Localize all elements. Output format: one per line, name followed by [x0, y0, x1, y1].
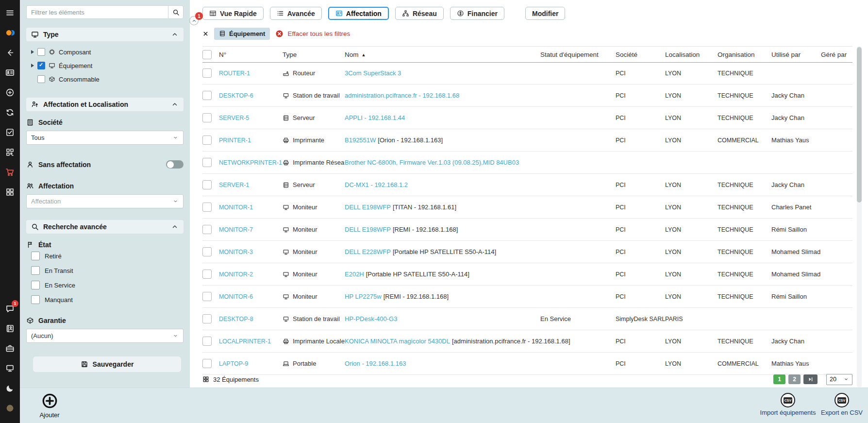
filter-chip-equipement[interactable]: Équipement [214, 28, 270, 40]
toolbox-icon[interactable] [0, 338, 20, 358]
equipment-id-link[interactable]: SERVER-1 [219, 182, 249, 188]
filter-search-button[interactable] [168, 5, 184, 19]
table-row[interactable]: PRINTER-1ImprimanteB192551W[Orion - 192.… [202, 129, 852, 152]
equipment-name-link[interactable]: administration.pcifrance.fr - 192.168.1.… [345, 92, 459, 99]
col-societe[interactable]: Société [616, 51, 665, 58]
equipment-name-link[interactable]: DELL E198WFP [345, 203, 391, 211]
section-type[interactable]: Type [26, 28, 184, 41]
equipment-name-link[interactable]: DELL E228WFP [345, 248, 391, 255]
sans-affectation-toggle[interactable] [166, 160, 184, 169]
col-gere-par[interactable]: Géré par [821, 51, 852, 58]
col-statut[interactable]: Statut d'équipement [540, 51, 616, 58]
section-affectation-localisation[interactable]: Affectation et Localisation [26, 98, 184, 111]
societe-select[interactable]: Tous [26, 131, 184, 145]
menu-icon[interactable] [0, 3, 20, 23]
tree-item-composant[interactable]: Composant [31, 45, 184, 59]
row-checkbox[interactable] [202, 113, 212, 122]
badge-icon[interactable] [0, 63, 20, 83]
checkbox-en-transit[interactable] [31, 266, 40, 275]
import-equipment-button[interactable]: CSV Import équipements [754, 393, 822, 416]
checkbox-composant[interactable] [37, 48, 45, 56]
tab-reseau[interactable]: Réseau [395, 7, 444, 20]
equipment-id-link[interactable]: MONITOR-1 [219, 204, 253, 211]
select-all-checkbox[interactable] [202, 50, 212, 59]
equipment-name-link[interactable]: HP-PDesk-400-G3 [345, 315, 397, 322]
col-no[interactable]: N° [219, 51, 283, 58]
equipment-id-link[interactable]: LAPTOP-9 [219, 360, 248, 367]
table-row[interactable]: MONITOR-7MoniteurDELL E198WFP[REMI - 192… [202, 219, 852, 241]
qrcode-icon[interactable] [0, 142, 20, 162]
equipment-id-link[interactable]: LOCALPRINTER-1 [219, 338, 271, 345]
tasks-icon[interactable] [0, 122, 20, 142]
vertical-scrollbar[interactable] [857, 46, 862, 388]
tab-financier[interactable]: Financier [450, 7, 504, 20]
profile-icon[interactable] [0, 398, 20, 418]
contacts-icon[interactable] [0, 319, 20, 338]
section-recherche-avancee[interactable]: Recherche avancée [26, 220, 184, 234]
table-row[interactable]: DESKTOP-8Station de travailHP-PDesk-400-… [202, 308, 852, 330]
tab-avancee[interactable]: Avancée [270, 7, 322, 20]
equipment-id-link[interactable]: PRINTER-1 [219, 137, 251, 144]
affectation-select[interactable]: Affectation [26, 194, 184, 208]
devices-icon[interactable] [0, 358, 20, 378]
table-row[interactable]: SERVER-1ServeurDC-MX1 - 192.168.1.2PCILY… [202, 174, 852, 196]
checkbox-consommable[interactable] [37, 75, 45, 83]
clear-all-filters[interactable]: Effacer tous les filtres [275, 30, 350, 38]
equipment-name-link[interactable]: APPLI - 192.168.1.44 [345, 114, 405, 121]
etat-option-en-transit[interactable]: En Transit [31, 263, 184, 278]
equipment-name-link[interactable]: Brother NC-6800h, Firmware Ver.1.03 (09.… [345, 159, 519, 166]
tab-vue-rapide[interactable]: Vue Rapide [202, 7, 264, 20]
page-1-button[interactable]: 1 [773, 374, 785, 384]
row-checkbox[interactable] [202, 91, 212, 100]
equipment-id-link[interactable]: DESKTOP-8 [219, 316, 253, 322]
back-icon[interactable] [0, 43, 20, 63]
row-checkbox[interactable] [202, 68, 212, 78]
sync-icon[interactable] [0, 102, 20, 122]
row-checkbox[interactable] [202, 135, 212, 145]
chat-icon[interactable]: 1 [0, 299, 20, 319]
checkbox-equipement[interactable] [37, 62, 45, 69]
checkbox-en-service[interactable] [31, 281, 40, 289]
col-nom[interactable]: Nom▲ [345, 51, 540, 58]
scrollbar-thumb[interactable] [857, 47, 862, 203]
table-row[interactable]: MONITOR-6MoniteurHP LP2275w[REMI - 192.1… [202, 286, 852, 308]
table-row[interactable]: DESKTOP-6Station de travailadministratio… [202, 85, 852, 107]
row-checkbox[interactable] [202, 180, 212, 189]
last-page-button[interactable] [803, 374, 818, 384]
equipment-id-link[interactable]: MONITOR-3 [219, 249, 253, 255]
table-row[interactable]: MONITOR-3MoniteurDELL E228WFP[Portable H… [202, 241, 852, 263]
cart-icon[interactable] [0, 162, 20, 182]
table-row[interactable]: ROUTER-1Routeur3Com SuperStack 3PCILYONT… [202, 62, 852, 85]
row-checkbox[interactable] [202, 270, 212, 279]
equipment-id-link[interactable]: NETWORKPRINTER-1 [219, 159, 282, 166]
app-logo[interactable] [0, 23, 20, 43]
table-row[interactable]: MONITOR-2MoniteurE202H[Portable HP SATEL… [202, 263, 852, 286]
garantie-select[interactable]: (Aucun) [26, 329, 184, 343]
equipment-id-link[interactable]: DESKTOP-6 [219, 92, 253, 99]
row-checkbox[interactable] [202, 158, 212, 167]
row-checkbox[interactable] [202, 225, 212, 234]
equipment-id-link[interactable]: MONITOR-7 [219, 226, 253, 233]
equipment-name-link[interactable]: DC-MX1 - 192.168.1.2 [345, 181, 408, 188]
tab-modifier[interactable]: Modifier [525, 7, 565, 20]
table-row[interactable]: MONITOR-1MoniteurDELL E198WFP[TITAN - 19… [202, 196, 852, 219]
moon-icon[interactable] [0, 378, 20, 398]
filter-search-input[interactable] [26, 5, 168, 19]
table-row[interactable]: SERVER-5ServeurAPPLI - 192.168.1.44PCILY… [202, 107, 852, 129]
equipment-name-link[interactable]: KONICA MINOLTA magicolor 5430DL [345, 338, 450, 345]
remove-filter-icon[interactable] [202, 31, 209, 37]
equipment-name-link[interactable]: DELL E198WFP [345, 226, 391, 233]
etat-option-en-service[interactable]: En Service [31, 278, 184, 292]
collapse-filters-button[interactable]: 1 [189, 16, 199, 25]
equipment-id-link[interactable]: MONITOR-2 [219, 271, 253, 278]
table-row[interactable]: LOCALPRINTER-1Imprimante LocaleKONICA MI… [202, 330, 852, 353]
col-utilise-par[interactable]: Utilisé par [771, 51, 821, 58]
tree-item-consommable[interactable]: Consommable [31, 72, 184, 86]
tab-affectation[interactable]: Affectation [328, 7, 389, 20]
equipment-id-link[interactable]: ROUTER-1 [219, 70, 250, 77]
expander-icon[interactable] [31, 50, 34, 54]
equipment-name-link[interactable]: B192551W [345, 136, 376, 144]
save-button[interactable]: Sauvegarder [33, 356, 181, 372]
apps-icon[interactable] [0, 182, 20, 202]
col-localisation[interactable]: Localisation [665, 51, 718, 58]
